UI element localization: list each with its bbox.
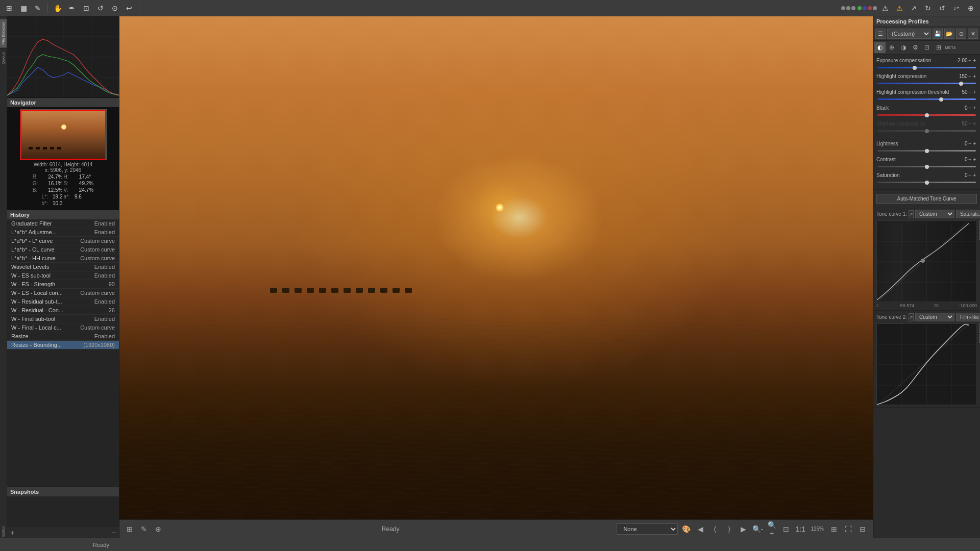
color-management-btn[interactable]: 🎨	[680, 523, 692, 535]
zoom-out-btn[interactable]: 🔍-	[751, 523, 764, 535]
black-minus[interactable]: −	[968, 104, 972, 111]
processing-profile-dropdown[interactable]: (Custom)	[887, 29, 931, 39]
zoom-fit-btn[interactable]: ⊡	[780, 523, 792, 535]
image-area[interactable]	[119, 16, 873, 519]
lightness-minus[interactable]: −	[968, 140, 972, 147]
pp-list-btn[interactable]: ☰	[875, 29, 886, 39]
highlight-comp-plus[interactable]: +	[972, 72, 977, 80]
flip-btn[interactable]: ⇌	[950, 2, 963, 14]
save-image-btn[interactable]: ⊕	[152, 523, 164, 535]
fit-screen-btn[interactable]: ⊞	[828, 523, 840, 535]
next-frame-btn[interactable]: ⟩	[723, 523, 735, 535]
history-item-resize-bounding[interactable]: Resize - Bounding... (980x551)	[7, 341, 119, 349]
editor-panel-btn[interactable]: ✎	[32, 2, 44, 14]
open-image-btn[interactable]: ⊞	[124, 523, 136, 535]
prev-frame-btn[interactable]: ⟨	[708, 523, 721, 535]
fullscreen-btn[interactable]: ⛶	[842, 523, 854, 535]
warning2-btn[interactable]: ⚠	[893, 2, 905, 14]
contrast-slider[interactable]	[877, 166, 976, 167]
history-item-w-residual-con[interactable]: W - Residual - Con... 26	[7, 306, 119, 315]
rotate-ccw-btn[interactable]: ↺	[936, 2, 948, 14]
pp-load-btn[interactable]: 📂	[944, 29, 954, 39]
meta-tab-btn[interactable]: META	[945, 42, 956, 53]
tone-curve-2-type-dropdown[interactable]: Custom Linear Parametric Film-like	[915, 313, 954, 321]
history-item-w-es-subtool[interactable]: W - ES sub-tool Enabled	[7, 271, 119, 280]
zoom-100-btn[interactable]: 1:1	[794, 523, 806, 535]
tone-curve-2-type-btn[interactable]: ↗	[909, 313, 914, 321]
history-item-w-es-local[interactable]: W - ES - Local con... Custom curve	[7, 289, 119, 297]
highlight-comp-slider[interactable]	[877, 83, 976, 84]
hand-tool-btn[interactable]: ✋	[52, 2, 64, 14]
history-header[interactable]: History	[7, 210, 119, 219]
transform-tab-btn[interactable]: ⊡	[921, 42, 933, 53]
history-item-w-final-sub[interactable]: W - Final sub-tool Enabled	[7, 315, 119, 323]
highlight-thresh-plus[interactable]: +	[972, 88, 977, 95]
prev-image-btn[interactable]: ◀	[694, 523, 706, 535]
zoom-in-btn[interactable]: 🔍+	[766, 523, 778, 535]
contrast-minus[interactable]: −	[968, 156, 972, 163]
pp-save-btn[interactable]: 💾	[933, 29, 943, 39]
dual-view-btn[interactable]: ⊟	[856, 523, 869, 535]
history-item-w-es-strength[interactable]: W - ES - Strength 90	[7, 280, 119, 289]
snapshots-header[interactable]: Snapshots	[7, 487, 119, 496]
highlight-thresh-minus[interactable]: −	[968, 88, 972, 95]
snapshot-remove-btn[interactable]: −	[112, 529, 116, 537]
next-image-btn[interactable]: ▶	[737, 523, 749, 535]
file-browser-btn[interactable]: ⊞	[3, 2, 15, 14]
history-item-wavelet[interactable]: Wavelet Levels Enabled	[7, 263, 119, 271]
contrast-plus[interactable]: +	[972, 156, 977, 163]
tone-curve-1-canvas[interactable]	[876, 220, 977, 302]
warning-btn[interactable]: ⚠	[879, 2, 891, 14]
lightness-slider[interactable]	[877, 150, 976, 152]
auto-matched-tone-curve-btn[interactable]: Auto-Matched Tone Curve	[876, 194, 977, 204]
history-item-lab-adj[interactable]: L*a*b* Adjustme... Enabled	[7, 228, 119, 237]
file-browser-vtab[interactable]: File Browser	[0, 18, 7, 47]
pp-reset-btn[interactable]: ✕	[968, 29, 978, 39]
queue-panel-btn[interactable]: ▦	[17, 2, 30, 14]
color-tab-btn[interactable]: ◑	[898, 42, 909, 53]
tone-curve-1-channel-dropdown[interactable]: Saturati...lending Luminance Red Green B…	[956, 210, 980, 218]
crop-btn[interactable]: ⊡	[80, 2, 92, 14]
exposure-comp-plus[interactable]: +	[972, 57, 977, 64]
rotate-cw-btn[interactable]: ↻	[922, 2, 934, 14]
exposure-comp-minus[interactable]: −	[968, 57, 972, 64]
detail-tab-btn[interactable]: ⊕	[886, 42, 897, 53]
black-slider[interactable]	[877, 114, 976, 116]
saturation-minus[interactable]: −	[968, 171, 972, 179]
editor-vtab[interactable]: Editor	[0, 525, 7, 538]
browse-btn[interactable]: ✎	[138, 523, 150, 535]
highlight-thresh-slider[interactable]	[877, 98, 976, 100]
extra-btn[interactable]: ⊕	[965, 2, 977, 14]
black-plus[interactable]: +	[972, 104, 977, 111]
history-item-graduated-filter[interactable]: Graduated Filter Enabled	[7, 219, 119, 228]
history-item-lab-l-curve[interactable]: L*a*b* - L* curve Custom curve	[7, 237, 119, 245]
snapshot-add-btn[interactable]: +	[10, 529, 14, 537]
exposure-tab-btn[interactable]: ◐	[874, 42, 886, 53]
history-item-lab-cl-curve[interactable]: L*a*b* - CL curve Custom curve	[7, 245, 119, 254]
tone-curve-1-type-dropdown[interactable]: Custom Linear Parametric Film-like	[915, 210, 954, 218]
histogram-btn[interactable]: ↗	[908, 2, 920, 14]
lightness-plus[interactable]: +	[972, 140, 977, 147]
exposure-comp-slider[interactable]	[877, 67, 976, 68]
tone-curve-2-channel-dropdown[interactable]: Film-like Standard Custom	[956, 313, 980, 321]
history-item-resize[interactable]: Resize Enabled	[7, 332, 119, 341]
history-item-w-residual-sub[interactable]: W - Residual sub-t... Enabled	[7, 297, 119, 306]
history-item-w-final-local[interactable]: W - Final - Local c... Custom curve	[7, 323, 119, 332]
color-profile-dropdown[interactable]: None	[617, 523, 678, 535]
saturation-plus[interactable]: +	[972, 171, 977, 179]
history-item-lab-hh-curve[interactable]: L*a*b* - HH curve Custom curve	[7, 254, 119, 263]
advanced-tab-btn[interactable]: ⚙	[910, 42, 921, 53]
queue-vtab[interactable]: Queue	[0, 48, 7, 67]
lens-btn[interactable]: ⊙	[109, 2, 121, 14]
color-picker-btn[interactable]: ✒	[66, 2, 78, 14]
highlight-comp-minus[interactable]: −	[968, 72, 972, 80]
raw-tab-btn[interactable]: ⊞	[933, 42, 944, 53]
pp-partial-btn[interactable]: ⊙	[956, 29, 966, 39]
navigator-header[interactable]: Navigator	[7, 98, 119, 107]
saturation-slider[interactable]	[877, 182, 976, 183]
rotate-btn[interactable]: ↺	[94, 2, 107, 14]
undo-btn[interactable]: ↩	[123, 2, 135, 14]
history-list[interactable]: Graduated Filter Enabled L*a*b* Adjustme…	[7, 219, 119, 487]
tone-curve-1-type-btn[interactable]: ↗	[909, 210, 914, 218]
tone-curve-2-canvas[interactable]	[876, 323, 977, 405]
